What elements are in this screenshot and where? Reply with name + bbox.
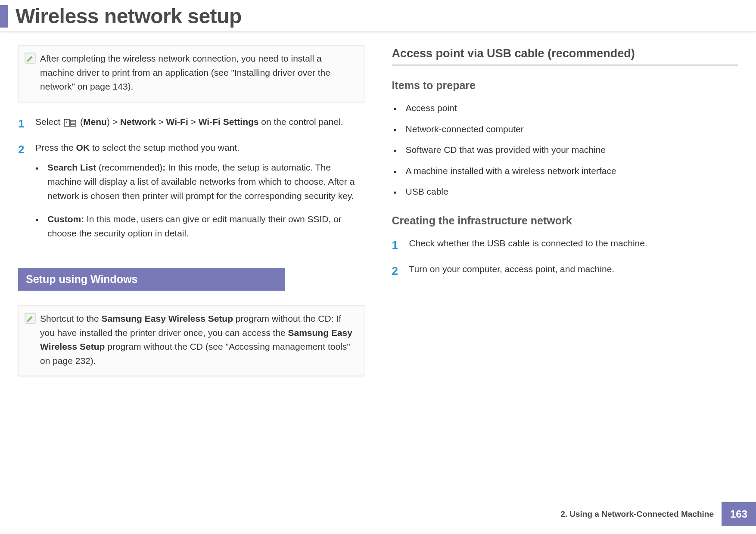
text: > [188, 117, 199, 127]
left-column: After completing the wireless network co… [18, 45, 364, 389]
text: > [156, 117, 166, 127]
page: Wireless network setup After completing … [0, 0, 756, 534]
text: Press the [35, 143, 76, 152]
list-item: •A machine installed with a wireless net… [394, 164, 738, 179]
page-title: Wireless network setup [16, 4, 242, 28]
right-step-2: 2 Turn on your computer, access point, a… [392, 262, 738, 279]
footer-chapter: 2. Using a Network-Connected Machine [560, 509, 714, 519]
pencil-note-icon [25, 53, 36, 64]
text: ) > [107, 117, 120, 127]
text: Shortcut to the [40, 314, 101, 323]
title-bar: Wireless network setup [0, 0, 756, 32]
sub-text: Custom: In this mode, users can give or … [47, 212, 364, 240]
text: ( [80, 117, 83, 127]
list-item: •Network-connected computer [394, 122, 738, 137]
step-number: 2 [392, 262, 401, 279]
text: (recommended) [96, 162, 162, 172]
step-number: 1 [18, 115, 28, 132]
subheading-infra: Creating the infrastructure network [392, 214, 738, 227]
note-box-2: Shortcut to the Samsung Easy Wireless Se… [18, 305, 364, 376]
step-1: 1 Select * (Menu) > Network > Wi-Fi > Wi… [18, 115, 364, 132]
text: on the control panel. [259, 117, 343, 127]
sub-text: Search List (recommended): In this mode,… [47, 161, 364, 203]
item-text: USB cable [406, 185, 448, 200]
item-text: Access point [406, 101, 457, 116]
bold: Search List [47, 162, 96, 172]
bullet-icon: • [35, 212, 40, 240]
text: Select [35, 117, 63, 127]
text: In this mode, users can give or edit man… [47, 214, 342, 238]
ok-bold: OK [76, 143, 90, 152]
menu-bold: Menu [83, 117, 107, 127]
bold: Custom: [47, 214, 84, 224]
list-item: •Software CD that was provided with your… [394, 143, 738, 158]
step-text: Turn on your computer, access point, and… [409, 262, 738, 279]
section-band: Setup using Windows [18, 268, 285, 291]
bullet-icon: • [394, 185, 398, 200]
step-text: Check whether the USB cable is connected… [409, 236, 738, 254]
list-item: •Access point [394, 101, 738, 116]
text: to select the setup method you want. [90, 143, 240, 152]
path-bold: Wi-Fi Settings [199, 117, 259, 127]
path-bold: Wi-Fi [166, 117, 188, 127]
right-step-1: 1 Check whether the USB cable is connect… [392, 236, 738, 254]
items-list: •Access point •Network-connected compute… [394, 101, 738, 200]
list-item: •USB cable [394, 185, 738, 200]
bullet-icon: • [394, 101, 398, 116]
section-heading: Access point via USB cable (recommended) [392, 47, 738, 65]
step-2: 2 Press the OK to select the setup metho… [18, 141, 364, 250]
bullet-icon: • [394, 122, 398, 137]
bullet-icon: • [35, 161, 40, 203]
sublist: • Search List (recommended): In this mod… [35, 161, 364, 240]
title-accent [0, 5, 8, 28]
note-text-2: Shortcut to the Samsung Easy Wireless Se… [40, 312, 356, 368]
bullet-icon: • [394, 143, 398, 158]
bold: Samsung Easy Wireless Setup [101, 314, 233, 323]
step-number: 1 [392, 236, 401, 254]
content: After completing the wireless network co… [0, 32, 756, 389]
pencil-note-icon [25, 313, 36, 324]
step-body: Select * (Menu) > Network > Wi-Fi > Wi-F… [35, 115, 364, 132]
right-column: Access point via USB cable (recommended)… [392, 45, 738, 389]
sub-item-custom: • Custom: In this mode, users can give o… [35, 212, 364, 240]
path-bold: Network [120, 117, 156, 127]
item-text: A machine installed with a wireless netw… [406, 164, 616, 179]
subheading-items: Items to prepare [392, 79, 738, 92]
bullet-icon: • [394, 164, 398, 179]
note-text-1: After completing the wireless network co… [40, 52, 356, 94]
footer: 2. Using a Network-Connected Machine 163 [560, 502, 756, 526]
step-number: 2 [18, 141, 28, 250]
page-number-badge: 163 [722, 502, 756, 526]
note-box-1: After completing the wireless network co… [18, 45, 364, 102]
svg-text:*: * [65, 121, 68, 126]
sub-item-search-list: • Search List (recommended): In this mod… [35, 161, 364, 203]
item-text: Software CD that was provided with your … [406, 143, 606, 158]
menu-panel-icon: * [64, 118, 76, 127]
item-text: Network-connected computer [406, 122, 524, 137]
step-body: Press the OK to select the setup method … [35, 141, 364, 250]
